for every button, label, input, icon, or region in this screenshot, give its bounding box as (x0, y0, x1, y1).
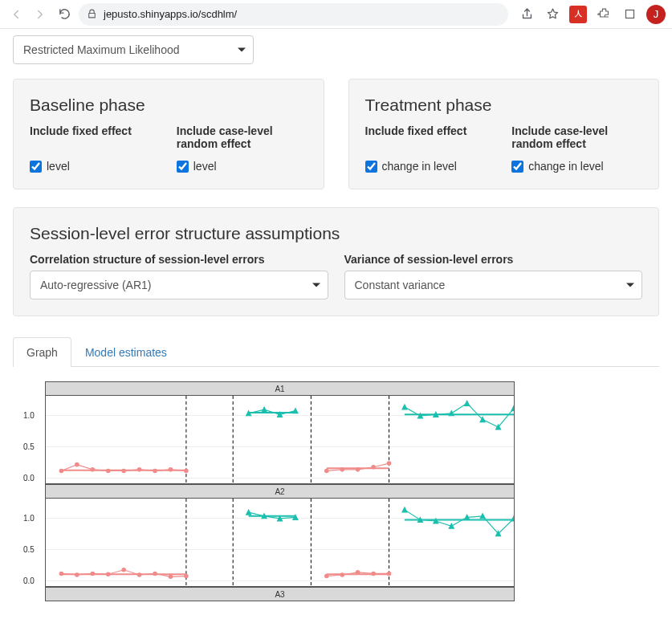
tab-graph[interactable]: Graph (13, 337, 71, 367)
baseline-fixed-level-input[interactable] (30, 161, 42, 173)
svg-point-9 (107, 469, 110, 472)
baseline-title: Baseline phase (30, 96, 307, 115)
svg-point-41 (75, 573, 79, 576)
tab-list: Graph Model estimates (13, 337, 659, 367)
app-body: Restricted Maximum Likelihood Baseline p… (0, 29, 672, 617)
corr-structure-select[interactable]: Auto-regressive (AR1) (30, 271, 328, 299)
svg-marker-19 (293, 409, 298, 413)
svg-point-56 (340, 573, 344, 576)
treatment-random-change-checkbox[interactable]: change in level (511, 160, 642, 173)
y-tick-label: 0.5 (23, 544, 35, 553)
estimation-method-select-wrap: Restricted Maximum Likelihood (13, 35, 254, 64)
baseline-fixed-label: Include fixed effect (30, 124, 161, 152)
svg-marker-61 (402, 507, 407, 512)
svg-marker-27 (402, 405, 407, 409)
baseline-phase-panel: Baseline phase Include fixed effect leve… (13, 79, 324, 189)
svg-marker-66 (480, 514, 485, 519)
error-structure-title: Session-level error structure assumption… (30, 224, 642, 243)
address-bar[interactable]: jepusto.shinyapps.io/scdhlm/ (79, 3, 508, 26)
bookmark-button[interactable] (544, 6, 561, 23)
treatment-fixed-label: Include fixed effect (365, 124, 496, 152)
share-button[interactable] (518, 6, 536, 23)
svg-point-25 (387, 462, 390, 465)
svg-marker-17 (262, 407, 267, 412)
arrow-right-icon (33, 7, 47, 22)
star-icon (546, 7, 560, 21)
svg-marker-30 (449, 411, 454, 416)
reload-icon (58, 7, 71, 21)
y-tick-label: 1.0 (23, 513, 35, 522)
estimation-method-select[interactable]: Restricted Maximum Likelihood (13, 35, 254, 64)
facet-A3: A3 (45, 587, 515, 601)
facet-panel: 0.00.51.0 (45, 499, 515, 587)
treatment-phase-panel: Treatment phase Include fixed effect cha… (348, 79, 660, 189)
facet-A2: A20.00.51.0 (45, 484, 515, 587)
facet-panel: 0.00.51.0 (45, 396, 515, 484)
svg-marker-64 (449, 523, 454, 528)
svg-marker-52 (278, 516, 283, 521)
square-icon (624, 8, 636, 20)
svg-marker-50 (246, 510, 251, 515)
arrow-left-icon (9, 7, 23, 22)
svg-marker-51 (262, 514, 267, 519)
variance-select-wrap: Constant variance (344, 271, 643, 299)
svg-point-11 (137, 468, 141, 471)
svg-point-24 (372, 466, 375, 469)
svg-point-40 (59, 572, 63, 575)
baseline-random-level-checkbox[interactable]: level (177, 160, 307, 173)
treatment-fixed-change-checkbox[interactable]: change in level (365, 160, 496, 173)
phase-panels-row: Baseline phase Include fixed effect leve… (13, 79, 659, 189)
pdf-extension-icon[interactable]: 人 (569, 6, 587, 23)
url-text: jepusto.shinyapps.io/scdhlm/ (104, 8, 237, 20)
svg-point-10 (122, 469, 125, 472)
lock-icon (87, 9, 97, 19)
treatment-title: Treatment phase (365, 96, 643, 115)
share-icon (520, 7, 534, 21)
facet-strip: A3 (45, 587, 515, 601)
facet-strip: A2 (45, 484, 515, 499)
baseline-fixed-level-text: level (47, 160, 70, 173)
svg-point-57 (356, 571, 359, 574)
svg-point-46 (153, 572, 157, 575)
treatment-random-label: Include case-level random effect (511, 124, 642, 152)
svg-point-22 (340, 468, 344, 471)
variance-select[interactable]: Constant variance (344, 271, 643, 299)
corr-structure-label: Correlation structure of session-level e… (30, 253, 328, 266)
tab-model-estimates[interactable]: Model estimates (71, 337, 181, 367)
svg-marker-34 (511, 406, 514, 411)
svg-point-12 (153, 469, 157, 472)
extensions-button[interactable] (595, 6, 613, 23)
treatment-fixed-change-text: change in level (382, 160, 457, 173)
svg-marker-16 (246, 411, 251, 416)
forward-button[interactable] (31, 5, 50, 24)
svg-point-6 (59, 469, 63, 472)
y-tick-label: 0.5 (23, 442, 35, 450)
y-tick-label: 0.0 (23, 576, 35, 585)
window-controls-icon[interactable] (621, 6, 638, 23)
baseline-fixed-level-checkbox[interactable]: level (30, 160, 161, 173)
browser-toolbar: jepusto.shinyapps.io/scdhlm/ 人 J (0, 0, 672, 29)
svg-point-47 (169, 575, 172, 578)
svg-marker-65 (465, 515, 470, 519)
svg-point-14 (185, 469, 188, 472)
svg-rect-0 (625, 10, 633, 18)
svg-point-48 (185, 574, 188, 577)
treatment-random-change-input[interactable] (511, 161, 523, 173)
facet-strip: A1 (45, 381, 515, 396)
baseline-random-label: Include case-level random effect (177, 124, 307, 152)
reload-button[interactable] (55, 5, 74, 24)
variance-label: Variance of session-level errors (344, 253, 643, 266)
svg-point-23 (356, 468, 359, 471)
treatment-fixed-change-input[interactable] (365, 161, 377, 173)
svg-point-21 (325, 469, 328, 472)
svg-marker-31 (465, 401, 470, 405)
back-button[interactable] (6, 5, 26, 24)
baseline-random-level-input[interactable] (177, 161, 189, 173)
profile-avatar[interactable]: J (646, 5, 666, 24)
error-structure-panel: Session-level error structure assumption… (13, 207, 659, 316)
svg-point-45 (137, 573, 141, 576)
svg-marker-68 (511, 516, 514, 521)
chrome-right-actions: 人 J (513, 5, 666, 24)
svg-point-13 (169, 468, 172, 471)
svg-point-42 (91, 572, 94, 575)
